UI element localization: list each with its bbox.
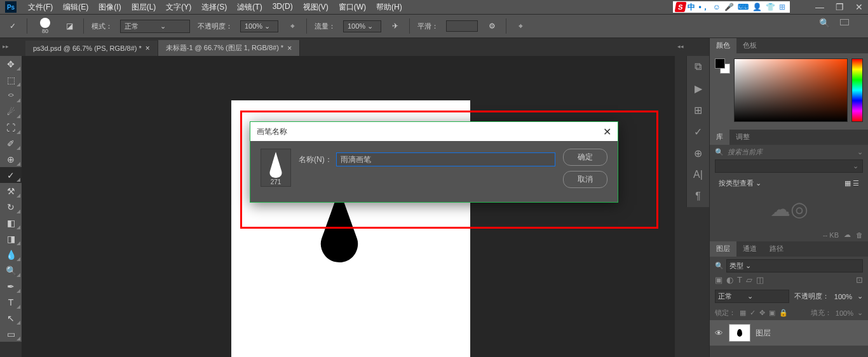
menu-item[interactable]: 文字(Y) [161,2,196,13]
ime-shirt-icon[interactable]: 👕 [764,3,777,11]
filter-smart-icon[interactable]: ◫ [756,275,764,285]
actions-panel-icon[interactable]: ▶ [687,77,709,99]
type-tool[interactable]: T [0,294,22,310]
brush-preview[interactable]: 80 [35,16,55,36]
eraser-tool[interactable]: ◧ [0,215,22,231]
brush-panel-toggle-icon[interactable]: ◪ [63,20,76,32]
ok-button[interactable]: 确定 [563,149,607,166]
library-view-mode[interactable]: 按类型查看 ⌄ ▦ ☰ [715,177,863,190]
delete-icon[interactable]: 🗑 [856,231,863,239]
filter-shape-icon[interactable]: ▱ [746,275,752,285]
menu-item[interactable]: 视图(V) [298,2,334,13]
color-field[interactable] [734,58,848,122]
close-tab-icon[interactable]: × [146,44,150,53]
marquee-tool[interactable]: ⬚ [0,72,22,88]
menu-item[interactable]: 窗口(W) [334,2,371,13]
layer-opacity-value[interactable]: 100% [834,293,852,300]
ime-mic-icon[interactable]: 🎤 [722,3,736,11]
properties-panel-icon[interactable]: ⊞ [687,99,709,121]
maximize-button[interactable]: ❐ [836,2,844,12]
character-panel-icon[interactable]: A| [687,164,709,185]
menu-item[interactable]: 选择(S) [196,2,232,13]
ime-grid-icon[interactable]: ⊞ [777,3,787,11]
pen-tool[interactable]: ✒ [0,278,22,294]
move-tool[interactable]: ✥ [0,56,22,72]
document-tab-2[interactable]: 未标题-1 @ 66.7% (图层 1, RGB/8#) * × [158,40,300,56]
smooth-dropdown[interactable] [446,20,478,32]
lock-all-icon[interactable]: 🔒 [779,309,788,317]
adjustments-tab[interactable]: 调整 [729,130,756,145]
layers-tab[interactable]: 图层 [710,241,736,257]
healing-tool[interactable]: ⊕ [0,151,22,167]
brush-name-input[interactable] [336,152,555,166]
lock-pos-icon[interactable]: ✥ [759,309,765,317]
brush-tool[interactable]: ✓ [0,167,22,183]
cloud-sync-icon[interactable]: ☁ [844,231,851,239]
layer-blend-dropdown[interactable]: 正常 ⌄ [715,290,789,303]
lock-trans-icon[interactable]: ▦ [740,309,746,317]
minimize-button[interactable]: — [815,2,824,12]
filter-image-icon[interactable]: ▣ [715,275,722,285]
close-tab-icon[interactable]: × [287,44,292,53]
collapse-right-icon[interactable]: ◂◂ [677,43,684,50]
workspace-switcher-icon[interactable] [840,19,849,25]
history-panel-icon[interactable]: ⧉ [687,56,709,77]
lasso-tool[interactable]: ⌔ [0,88,22,104]
brush-tool-icon[interactable]: ✓ [6,20,19,32]
ime-lang[interactable]: 中 [686,2,697,13]
eyedropper-tool[interactable]: ✐ [0,135,22,151]
layer-filter-kind[interactable]: 类型 ⌄ [726,259,863,273]
list-view-icon[interactable]: ☰ [853,179,859,187]
channels-tab[interactable]: 通道 [736,241,763,257]
crop-tool[interactable]: ⛶ [0,119,22,135]
menu-item[interactable]: 3D(D) [268,2,298,13]
document-tab-1[interactable]: ps3d.psd @ 66.7% (PS, RGB/8#) * × [25,41,158,56]
gradient-tool[interactable]: ◨ [0,231,22,246]
ime-user-icon[interactable]: 👤 [750,3,764,11]
hue-slider[interactable] [851,58,863,122]
shape-tool[interactable]: ▭ [0,326,22,342]
dodge-tool[interactable]: 🔍 [0,262,22,278]
layer-row[interactable]: 👁 图层 [710,320,868,346]
paths-tab[interactable]: 路径 [763,241,790,257]
layer-name[interactable]: 图层 [756,328,771,339]
smooth-settings-icon[interactable]: ⚙ [485,20,498,32]
dialog-close-button[interactable]: ✕ [603,126,611,138]
airbrush-icon[interactable]: ✈ [389,20,402,32]
lock-artboard-icon[interactable]: ▣ [769,309,775,317]
visibility-toggle-icon[interactable]: 👁 [715,328,724,338]
color-tab[interactable]: 颜色 [710,38,736,53]
brushes-panel-icon[interactable]: ✓ [687,121,709,142]
filter-type-icon[interactable]: T [737,275,742,285]
opacity-dropdown[interactable]: 100% ⌄ [240,20,278,32]
grid-view-icon[interactable]: ▦ [844,179,851,187]
menu-item[interactable]: 滤镜(T) [232,2,267,13]
libraries-tab[interactable]: 库 [710,130,729,145]
history-brush-tool[interactable]: ↻ [0,199,22,215]
close-button[interactable]: ✕ [855,2,863,12]
quick-select-tool[interactable]: ☄ [0,104,22,119]
collapse-left-icon[interactable]: ▸▸ [3,43,9,50]
canvas-area[interactable] [22,56,675,357]
menu-item[interactable]: 图层(L) [126,2,161,13]
cancel-button[interactable]: 取消 [563,171,607,188]
pressure-opacity-icon[interactable]: ⌖ [286,20,299,32]
flow-dropdown[interactable]: 100% ⌄ [343,20,381,32]
library-search[interactable]: 🔍 搜索当前库⌄ [710,145,868,159]
paragraph-panel-icon[interactable]: ¶ [687,185,709,207]
fg-bg-swatch[interactable] [715,58,730,74]
layer-fill-value[interactable]: 100% [836,309,853,317]
stamp-tool[interactable]: ⚒ [0,183,22,199]
swatches-tab[interactable]: 色板 [736,38,763,53]
ime-keyboard-icon[interactable]: ⌨ [736,3,750,11]
layer-thumbnail[interactable] [729,324,750,342]
library-select[interactable]: ⌄ [715,159,863,173]
menu-item[interactable]: 文件(F) [23,2,58,13]
filter-adjust-icon[interactable]: ◐ [726,275,733,285]
ime-smiley-icon[interactable]: ☺ [711,3,722,11]
menu-item[interactable]: 编辑(E) [58,2,93,13]
clone-panel-icon[interactable]: ⊕ [687,142,709,164]
ime-punct-icon[interactable]: •， [697,2,711,13]
lock-paint-icon[interactable]: ✓ [750,309,756,317]
filter-toggle-icon[interactable]: ⊡ [856,275,863,285]
